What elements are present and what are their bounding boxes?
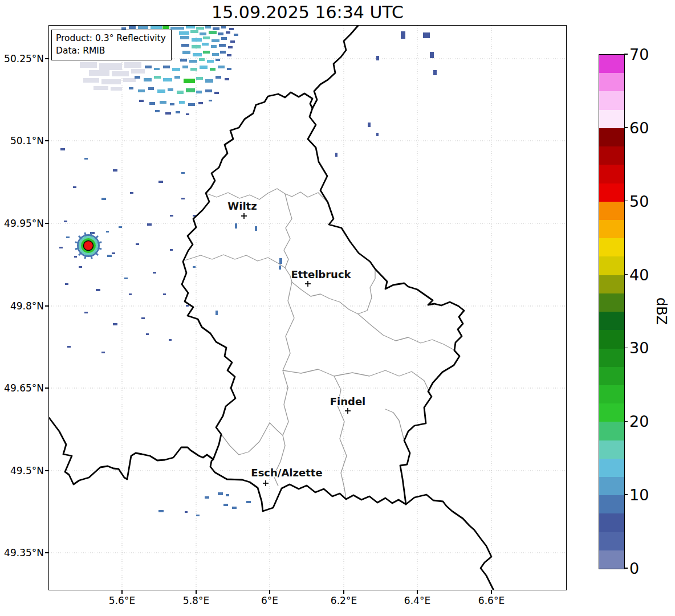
map-plot-area: WiltzEttelbruckFindelEsch/Alzette Produc… [48,25,567,590]
colorbar-segment [599,385,624,403]
city-2: Findel [330,395,366,414]
colorbar-segment [599,513,624,532]
city-1: Ettelbruck [291,268,351,287]
y-axis-tickmark [45,140,48,141]
colorbar-tickmark [624,54,628,55]
colorbar-segment [599,422,624,440]
colorbar-segment [599,440,624,459]
district-borders [185,189,455,499]
radar-site-marker [75,232,101,259]
colorbar-tickmark [624,274,628,275]
colorbar-segment [599,55,624,73]
latitude-tick-label: 50.25°N [0,53,44,64]
x-axis-tickmark [491,590,492,594]
colorbar-segment [599,183,624,202]
data-source-label: Data: RMIB [56,44,166,57]
colorbar-segment [599,330,624,348]
x-axis-tickmark [121,590,123,594]
y-axis-tickmark [45,387,48,389]
longitude-tick-label: 5.6°E [109,595,135,606]
colorbar-segment [599,403,624,422]
colorbar-tick-label: 40 [629,267,649,282]
product-label: Product: 0.3° Reflectivity [56,32,166,44]
colorbar-tick-label: 60 [629,120,649,135]
colorbar-segment [599,275,624,293]
city-label: Findel [330,395,366,407]
colorbar-segment [599,146,624,165]
colorbar-segment [599,128,624,146]
colorbar-segment [599,165,624,183]
colorbar-segment [599,477,624,495]
y-axis-tickmark [45,552,48,553]
longitude-tick-label: 5.8°E [183,595,209,606]
latitude-tick-label: 49.5°N [0,465,44,476]
colorbar-tickmark [624,348,628,349]
city-label: Esch/Alzette [251,467,322,479]
colorbar [599,54,625,569]
y-axis-tickmark [45,470,48,471]
colorbar-segment [599,202,624,220]
colorbar-segment [599,532,624,550]
city-label: Ettelbruck [291,268,351,280]
colorbar-tickmark [624,421,628,422]
info-box: Product: 0.3° Reflectivity Data: RMIB [51,30,172,60]
longitude-tick-label: 6.6°E [478,595,505,606]
latitude-tick-label: 49.35°N [0,547,44,558]
city-label: Wiltz [227,200,257,212]
colorbar-tickmark [624,201,628,202]
colorbar-segment [599,293,624,312]
radar-site-dot [84,241,93,251]
colorbar-tick-label: 30 [629,340,649,356]
x-axis-tickmark [269,590,270,594]
country-borders [49,26,494,590]
y-axis-tickmark [45,305,48,307]
radar-echoes [59,26,437,516]
colorbar-segment [599,312,624,330]
y-axis-tickmark [45,58,48,59]
gridlines [49,26,566,590]
latitude-tick-label: 50.1°N [0,135,44,146]
longitude-tick-label: 6°E [261,595,278,606]
latitude-tick-label: 49.65°N [0,382,44,394]
colorbar-segment [599,91,624,109]
colorbar-tick-label: 50 [629,193,649,209]
colorbar-segment [599,238,624,256]
colorbar-segment [599,367,624,385]
figure-title: 15.09.2025 16:34 UTC [49,2,566,23]
colorbar-segment [599,495,624,513]
colorbar-tick-label: 20 [629,414,649,429]
colorbar-tickmark [624,568,628,569]
colorbar-segment [599,256,624,275]
y-axis-tickmark [45,223,48,224]
colorbar-tick-label: 0 [629,561,639,576]
latitude-tick-label: 49.95°N [0,218,44,229]
colorbar-segment [599,459,624,477]
longitude-tick-label: 6.2°E [331,595,357,606]
x-axis-tickmark [417,590,418,594]
colorbar-segment [599,220,624,238]
radar-map-canvas: WiltzEttelbruckFindelEsch/Alzette [49,26,566,590]
city-0: Wiltz [227,200,257,219]
city-3: Esch/Alzette [251,467,322,486]
colorbar-segment [599,110,624,128]
colorbar-tick-label: 10 [629,487,649,503]
colorbar-tickmark [624,494,628,495]
colorbar-unit-label: dBZ [653,297,669,325]
colorbar-segment [599,349,624,367]
longitude-tick-label: 6.4°E [404,595,430,606]
x-axis-tickmark [196,590,197,594]
x-axis-tickmark [343,590,344,594]
colorbar-segment [599,73,624,91]
colorbar-segment [599,550,624,569]
radar-figure: 15.09.2025 16:34 UTC WiltzEttelbruckFind… [0,0,675,616]
colorbar-tick-label: 70 [629,47,649,62]
colorbar-tickmark [624,127,628,128]
latitude-tick-label: 49.8°N [0,300,44,312]
